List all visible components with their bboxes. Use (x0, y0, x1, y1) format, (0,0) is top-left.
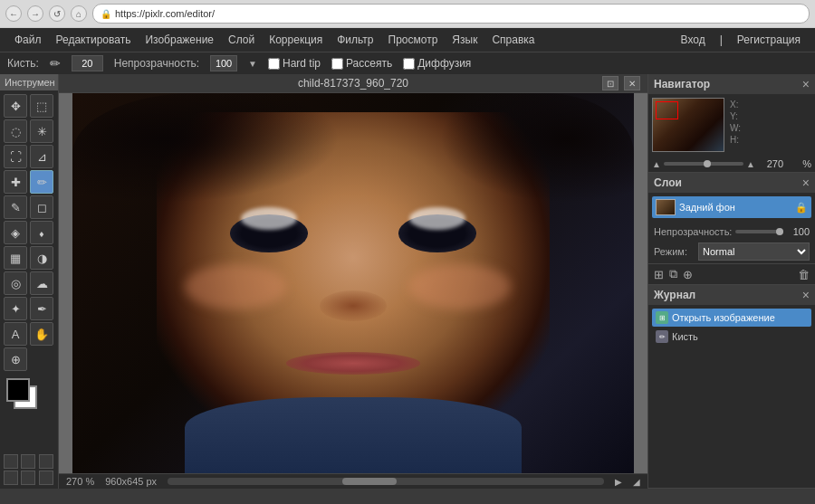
layer-lock-icon[interactable]: 🔒 (795, 202, 808, 214)
paint-bucket-tool[interactable]: ⬧ (30, 221, 53, 244)
menu-image[interactable]: Изображение (138, 32, 221, 48)
x-label: X: (730, 100, 738, 109)
dodge-tool[interactable]: ◑ (30, 246, 53, 270)
home-button[interactable]: ⌂ (71, 5, 87, 22)
lasso-tool[interactable]: ◌ (4, 119, 27, 143)
history-item-open[interactable]: ⊞ Открыть изображение (652, 309, 811, 327)
address-bar[interactable]: 🔒 https://pixlr.com/editor/ (92, 4, 810, 24)
zoom-out-icon[interactable]: ▲ (652, 159, 661, 169)
menu-layer[interactable]: Слой (221, 32, 262, 48)
canvas-close-button[interactable]: ✕ (624, 76, 640, 90)
menu-correction[interactable]: Коррекция (262, 32, 330, 48)
zoom-level: 270 % (66, 476, 94, 487)
smudge-tool[interactable]: ☁ (30, 271, 53, 295)
shape-tool[interactable]: ✦ (4, 297, 27, 320)
refresh-button[interactable]: ↺ (49, 5, 65, 22)
brush-tool[interactable]: ✏ (30, 170, 53, 194)
menu-filter[interactable]: Фильтр (330, 32, 380, 48)
layers-close-button[interactable]: × (802, 176, 810, 190)
tool-preset-4[interactable] (4, 471, 18, 485)
opacity-section-value: 100 (787, 226, 810, 237)
menu-register[interactable]: Регистрация (730, 32, 808, 48)
tool-preset-5[interactable] (21, 471, 35, 485)
cheek-right (409, 264, 511, 309)
brush-label: Кисть: (7, 57, 39, 70)
history-item-brush[interactable]: ✏ Кисть (652, 328, 811, 346)
layer-thumbnail (656, 199, 676, 215)
opacity-input[interactable] (210, 55, 237, 71)
zoom-slider[interactable] (664, 162, 743, 166)
layers-header: Слои × (648, 173, 815, 193)
h-label: H: (730, 135, 739, 145)
y-label: Y: (730, 111, 738, 121)
menu-login[interactable]: Вход (674, 32, 713, 48)
hard-tip-checkbox[interactable]: Hard tip (268, 57, 321, 70)
tool-preset-1[interactable] (4, 454, 18, 469)
diffusion-check[interactable] (403, 58, 415, 70)
canvas-expand-button[interactable]: ⊡ (602, 76, 618, 90)
blur-tool[interactable]: ◎ (4, 271, 27, 295)
tool-preset-3[interactable] (39, 454, 53, 469)
foreground-color-swatch[interactable] (6, 378, 30, 402)
pencil-tool[interactable]: ✎ (4, 195, 27, 219)
layer-duplicate[interactable]: ⧉ (669, 267, 677, 281)
menu-sep: | (713, 32, 730, 48)
zoom-tool[interactable]: ⊕ (4, 347, 27, 371)
history-brush-icon: ✏ (656, 330, 668, 343)
brush-icon: ✏ (50, 56, 61, 71)
tool-preset-6[interactable] (39, 471, 53, 485)
scrollbar-thumb[interactable] (342, 478, 397, 485)
text-tool[interactable]: A (4, 322, 27, 346)
menu-file[interactable]: Файл (7, 32, 49, 48)
history-header: Журнал × (648, 285, 815, 305)
forward-button[interactable]: → (27, 5, 43, 22)
layer-toggle-visibility[interactable]: ⊞ (654, 268, 664, 281)
dims-label: 960x645 px (105, 476, 157, 487)
opacity-slider-thumb[interactable] (776, 228, 783, 235)
gradient-tool[interactable]: ▦ (4, 246, 27, 270)
diffusion-checkbox[interactable]: Диффузия (403, 57, 471, 70)
heal-tool[interactable]: ✚ (4, 170, 27, 194)
select-rect-tool[interactable]: ⬚ (30, 94, 53, 118)
layer-delete[interactable]: 🗑 (798, 268, 810, 281)
scatter-check[interactable] (331, 58, 343, 70)
y-coord-row: Y: (730, 111, 743, 121)
tool-preset-2[interactable] (21, 454, 35, 469)
clone-tool[interactable]: ◈ (4, 221, 27, 244)
color-swatches[interactable] (6, 378, 52, 410)
scroll-right-icon[interactable]: ▶ (615, 477, 622, 487)
menu-lang[interactable]: Язык (445, 32, 484, 48)
blend-mode-select[interactable]: Normal (698, 242, 810, 261)
menu-help[interactable]: Справка (484, 32, 542, 48)
menu-view[interactable]: Просмотр (381, 32, 446, 48)
hard-tip-check[interactable] (268, 58, 280, 70)
horizontal-scrollbar[interactable] (168, 478, 604, 485)
canvas-area: child-817373_960_720 ⊡ ✕ (59, 74, 647, 489)
move-tool[interactable]: ✥ (4, 94, 27, 118)
magic-wand-tool[interactable]: ✳ (30, 119, 53, 143)
menu-edit[interactable]: Редактировать (49, 32, 139, 48)
layers-content: Задний фон 🔒 (648, 193, 815, 223)
layer-item-background[interactable]: Задний фон 🔒 (652, 196, 811, 218)
layer-thumb-img (657, 200, 675, 214)
opacity-dropdown-icon[interactable]: ▼ (248, 59, 257, 69)
layer-merge[interactable]: ⊕ (683, 268, 693, 281)
hair-left (72, 93, 381, 245)
canvas-viewport[interactable] (59, 93, 647, 473)
zoom-slider-thumb[interactable] (704, 160, 711, 167)
navigator-close-button[interactable]: × (802, 77, 810, 91)
back-button[interactable]: ← (5, 5, 22, 22)
zoom-in-icon[interactable]: ▲ (746, 159, 755, 169)
pen-tool[interactable]: ✒ (30, 297, 53, 320)
crop-tool[interactable]: ⛶ (4, 145, 27, 168)
eraser-tool[interactable]: ◻ (30, 195, 53, 219)
scatter-label: Рассеять (346, 57, 392, 70)
scatter-checkbox[interactable]: Рассеять (331, 57, 392, 70)
menu-bar: Файл Редактировать Изображение Слой Корр… (0, 28, 815, 52)
hand-tool[interactable]: ✋ (30, 322, 53, 346)
brush-size-input[interactable] (72, 55, 103, 71)
history-close-button[interactable]: × (802, 288, 810, 302)
canvas-image (72, 93, 634, 473)
opacity-slider[interactable] (735, 230, 783, 233)
eyedropper-tool[interactable]: ⊿ (30, 145, 53, 168)
